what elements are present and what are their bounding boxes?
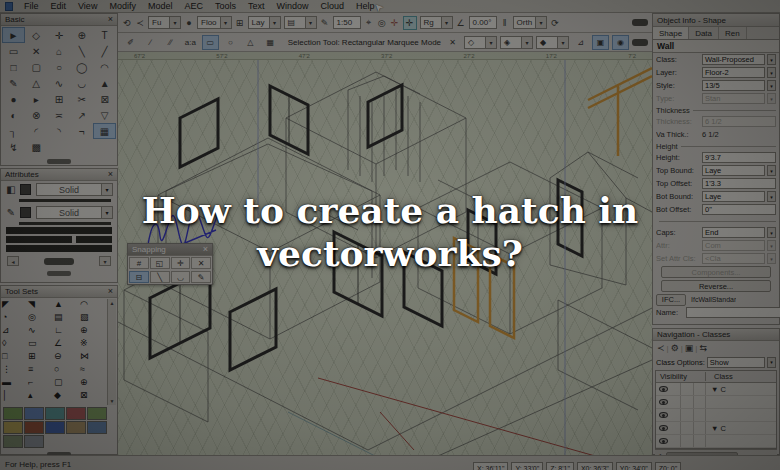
snap-loupe-icon[interactable]: ✛ — [403, 16, 417, 30]
toolset-tool-icon[interactable]: ⋈ — [80, 351, 106, 364]
lock-icon[interactable]: ● — [184, 18, 194, 28]
chevron-down-icon[interactable]: ▾ — [536, 16, 547, 29]
basic-tool-icon[interactable]: ≍ — [48, 107, 71, 123]
class-row[interactable]: ▼ C — [656, 422, 776, 435]
basic-tool-icon[interactable]: ◐ — [2, 107, 25, 123]
view-options-icon[interactable]: ◉ — [612, 35, 629, 50]
zoom-objects-icon[interactable]: ◎ — [377, 18, 387, 28]
net-pick-mode-icon[interactable]: ▦ — [262, 35, 279, 50]
toolset-tile[interactable] — [3, 421, 23, 434]
eye-icon[interactable] — [659, 425, 668, 431]
basic-tool-icon[interactable]: ◡ — [70, 75, 93, 91]
toolset-tool-icon[interactable]: ◎ — [28, 312, 54, 325]
chevron-down-icon[interactable]: ▾ — [767, 165, 776, 176]
close-icon[interactable]: × — [108, 15, 113, 24]
move-page-icon[interactable]: ✛ — [390, 18, 400, 28]
tab-render[interactable]: Ren — [719, 27, 747, 39]
toolset-tool-icon[interactable]: ▲ — [54, 299, 80, 312]
toolset-tool-icon[interactable]: ≈ — [80, 364, 106, 377]
toolset-tool-icon[interactable]: ▧ — [80, 312, 106, 325]
reverse-button[interactable]: Reverse... — [661, 280, 771, 292]
fill-mode-dropdown[interactable]: ◈ ▾ — [500, 36, 533, 49]
toolset-tile[interactable] — [66, 421, 86, 434]
share-icon[interactable]: ≺ — [657, 343, 665, 353]
menu-file[interactable]: File — [18, 1, 45, 11]
class-dropdown[interactable]: Wall-Proposed — [702, 54, 765, 65]
basic-tool-icon[interactable]: ▸ — [25, 91, 48, 107]
object-info-titlebar[interactable]: Object Info - Shape — [653, 14, 779, 27]
zoom-line-icon[interactable]: ⌖ — [364, 17, 374, 28]
reference-icon[interactable]: ‖ — [500, 18, 510, 28]
render-mode-dropdown[interactable]: Rg ▾ — [420, 16, 453, 29]
toolbar-collapse-handle[interactable] — [632, 19, 648, 26]
interactive-scaling-mode-icon[interactable]: ✐ — [122, 35, 139, 50]
toolset-tile[interactable] — [45, 421, 65, 434]
chevron-down-icon[interactable]: ▾ — [767, 80, 776, 91]
close-icon[interactable]: × — [108, 170, 113, 179]
basic-tool-icon[interactable]: ▭ — [2, 43, 25, 59]
menu-edit[interactable]: Edit — [45, 1, 73, 11]
basic-tool-icon[interactable]: ◜ — [25, 123, 48, 139]
scroll-down-icon[interactable]: ▼ — [110, 398, 115, 404]
toolset-tool-icon[interactable]: ◤ — [2, 299, 28, 312]
toolset-tile[interactable] — [45, 407, 65, 420]
rotation-angle-field[interactable]: 0.00° — [469, 16, 497, 29]
basic-tool-icon[interactable]: ✕ — [25, 43, 48, 59]
tab-data[interactable]: Data — [689, 27, 719, 39]
toolset-tool-icon[interactable]: ⊠ — [80, 390, 106, 403]
basic-tool-icon[interactable]: ▽ — [93, 107, 116, 123]
basic-tool-icon[interactable]: □ — [2, 59, 25, 75]
toolset-tool-icon[interactable]: ⋮ — [2, 364, 28, 377]
menu-window[interactable]: Window — [270, 1, 314, 11]
basic-palette-titlebar[interactable]: Basic × — [1, 14, 117, 26]
toolset-tool-icon[interactable]: ◔ — [2, 312, 28, 325]
toolset-tile[interactable] — [3, 407, 23, 420]
chevron-down-icon[interactable]: ▾ — [170, 16, 181, 29]
ifc-button[interactable]: IFC... — [656, 294, 686, 306]
basic-tool-icon[interactable]: ¬ — [70, 123, 93, 139]
image-tool[interactable]: ▦ — [93, 123, 116, 139]
toolset-tool-icon[interactable]: ◊ — [2, 338, 28, 351]
toolset-tool-icon[interactable]: □ — [2, 351, 28, 364]
class-options-dropdown[interactable]: Show — [707, 357, 765, 368]
view-history-icon[interactable]: ⟲ — [122, 18, 132, 28]
class-row[interactable] — [656, 409, 776, 422]
tab-shape[interactable]: Shape — [653, 27, 689, 39]
active-class-dropdown[interactable]: Lay ▾ — [248, 16, 281, 29]
toolset-tool-icon[interactable]: ◆ — [54, 390, 80, 403]
chevron-down-icon[interactable]: ▾ — [486, 36, 497, 49]
class-row[interactable] — [656, 396, 776, 409]
toolset-tool-icon[interactable]: ◥ — [28, 299, 54, 312]
basic-tool-icon[interactable]: ┐ — [2, 123, 25, 139]
toolset-tool-icon[interactable]: ⊿ — [2, 325, 28, 338]
menu-cloud[interactable]: Cloud — [314, 1, 350, 11]
eye-icon[interactable] — [659, 438, 668, 444]
menu-text[interactable]: Text — [242, 1, 271, 11]
menu-model[interactable]: Model — [142, 1, 179, 11]
eye-icon[interactable] — [659, 386, 668, 392]
toolset-tool-icon[interactable]: ∠ — [54, 338, 80, 351]
top-offset-field[interactable]: 1'3.3 — [702, 178, 776, 189]
lasso-marquee-mode-icon[interactable]: ○ — [222, 35, 239, 50]
toolset-tile[interactable] — [24, 435, 44, 448]
basic-tool-icon[interactable]: ▲ — [93, 75, 116, 91]
basic-tool-icon[interactable]: ⊞ — [48, 91, 71, 107]
chevron-down-icon[interactable]: ▾ — [221, 16, 232, 29]
toolset-tile[interactable] — [24, 407, 44, 420]
rectangular-marquee-mode-icon[interactable]: ▭ — [202, 35, 219, 50]
basic-tool-icon[interactable]: △ — [25, 75, 48, 91]
basic-tool-icon[interactable]: ⊠ — [93, 91, 116, 107]
chevron-down-icon[interactable]: ▾ — [767, 357, 776, 368]
toolset-tile[interactable] — [87, 407, 107, 420]
toolset-tool-icon[interactable]: ⊕ — [80, 325, 106, 338]
basic-tool-icon[interactable]: ● — [2, 91, 25, 107]
class-column-header[interactable]: Class — [706, 372, 776, 381]
basic-tool-icon[interactable]: ⊗ — [25, 107, 48, 123]
push-pull-mode-icon[interactable]: ⊿ — [572, 35, 589, 50]
class-group-label[interactable]: ▼ C — [706, 385, 726, 394]
saved-views-dropdown[interactable]: Fu ▾ — [148, 16, 181, 29]
toolset-tool-icon[interactable]: ⊖ — [54, 351, 80, 364]
basic-tool-icon[interactable]: ↗ — [70, 107, 93, 123]
eye-icon[interactable] — [659, 412, 668, 418]
toolset-tile[interactable] — [3, 435, 23, 448]
